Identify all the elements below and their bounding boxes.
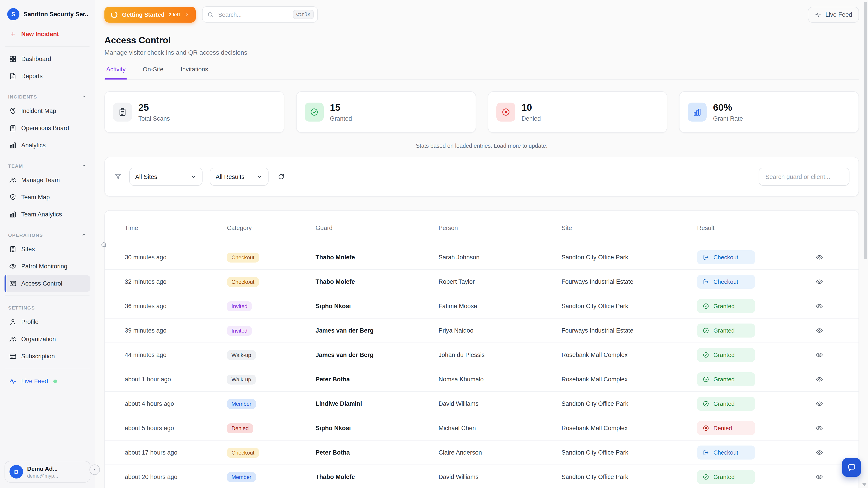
- sites-filter-select[interactable]: All Sites: [129, 168, 203, 186]
- sidebar-item-label: Operations Board: [21, 125, 69, 131]
- clipboard-icon: [9, 124, 17, 132]
- sidebar: S Sandton Security Ser... New Incident D…: [0, 0, 95, 488]
- results-filter-value: All Results: [216, 173, 245, 180]
- sidebar-item-access-control[interactable]: Access Control: [4, 275, 90, 292]
- chevron-down-icon: [256, 173, 263, 180]
- cell-guard: Sipho Nkosi: [315, 303, 438, 310]
- x-circle-icon: [496, 103, 515, 122]
- app-window: S Sandton Security Ser... New Incident D…: [0, 0, 868, 488]
- stat-value: 25: [138, 102, 170, 113]
- cell-site: Rosebank Mall Complex: [561, 425, 697, 431]
- chevron-up-icon: [81, 232, 87, 238]
- view-row-button[interactable]: [815, 423, 824, 433]
- sidebar-item-label: Reports: [21, 73, 43, 79]
- sidebar-item-profile[interactable]: Profile: [4, 314, 90, 330]
- sidebar-divider: [5, 46, 90, 46]
- cell-guard: Thabo Molefe: [315, 278, 438, 285]
- sidebar-item-team-analytics[interactable]: Team Analytics: [4, 206, 90, 223]
- check-circle-icon: [703, 303, 709, 310]
- sidebar-item-live-feed[interactable]: Live Feed: [4, 373, 90, 390]
- sidebar-item-incident-map[interactable]: Incident Map: [4, 103, 90, 119]
- guard-search[interactable]: [758, 168, 849, 186]
- cell-time: about 20 hours ago: [125, 474, 227, 480]
- tab-invitations[interactable]: Invitations: [180, 66, 209, 79]
- result-badge: Granted: [697, 348, 755, 362]
- cell-time: about 4 hours ago: [125, 400, 227, 407]
- stat-card-total-scans: 25 Total Scans: [104, 91, 284, 133]
- sites-filter-value: All Sites: [135, 173, 157, 180]
- sidebar-item-sites[interactable]: Sites: [4, 241, 90, 258]
- sidebar-item-dashboard[interactable]: Dashboard: [4, 51, 90, 67]
- view-row-button[interactable]: [815, 350, 824, 360]
- cell-person: Sarah Johnson: [438, 254, 561, 261]
- global-search[interactable]: CtrlK: [202, 6, 318, 23]
- view-row-button[interactable]: [815, 326, 824, 335]
- sidebar-item-analytics[interactable]: Analytics: [4, 137, 90, 154]
- user-card[interactable]: D Demo Ad... demo@myp...: [4, 461, 90, 483]
- getting-started-count: 2 left: [168, 12, 180, 17]
- new-incident-button[interactable]: New Incident: [4, 26, 90, 42]
- section-label-team[interactable]: TEAM: [8, 163, 87, 168]
- sidebar-collapse-button[interactable]: [90, 464, 100, 475]
- section-label-incidents[interactable]: INCIDENTS: [8, 94, 87, 99]
- sidebar-item-subscription[interactable]: Subscription: [4, 348, 90, 365]
- global-search-input[interactable]: [217, 11, 289, 18]
- sidebar-item-organization[interactable]: Organization: [4, 331, 90, 348]
- sidebar-item-patrol-monitoring[interactable]: Patrol Monitoring: [4, 258, 90, 275]
- chat-bubble-button[interactable]: [842, 458, 861, 477]
- eye-icon: [9, 263, 17, 270]
- view-row-button[interactable]: [815, 448, 824, 457]
- cell-site: Rosebank Mall Complex: [561, 376, 697, 383]
- category-badge: Checkout: [227, 448, 259, 457]
- report-icon: [9, 72, 17, 80]
- chevron-down-icon: [190, 173, 197, 180]
- view-row-button[interactable]: [815, 375, 824, 384]
- view-row-button[interactable]: [815, 301, 824, 311]
- table-row: about 20 hours ago Member Thabo Molefe D…: [105, 464, 859, 488]
- scrollbar-thumb[interactable]: [864, 2, 867, 259]
- stat-card-denied: 10 Denied: [488, 91, 668, 133]
- cell-category: Walk-up: [227, 375, 315, 384]
- bar-chart-icon: [9, 141, 17, 149]
- cell-category: Member: [227, 472, 315, 482]
- stat-label: Total Scans: [138, 115, 170, 122]
- refresh-button[interactable]: [276, 171, 287, 182]
- getting-started-button[interactable]: Getting Started 2 left: [104, 6, 195, 22]
- results-filter-select[interactable]: All Results: [210, 168, 269, 186]
- cell-guard: Peter Botha: [315, 376, 438, 383]
- table-row: about 4 hours ago Member Lindiwe Dlamini…: [105, 391, 859, 416]
- sidebar-item-reports[interactable]: Reports: [4, 68, 90, 85]
- live-feed-button[interactable]: Live Feed: [808, 6, 859, 22]
- view-row-button[interactable]: [815, 253, 824, 262]
- cell-person: Fatima Moosa: [438, 303, 561, 310]
- tab-on-site[interactable]: On-Site: [142, 66, 164, 79]
- stat-card-granted: 15 Granted: [296, 91, 476, 133]
- users-icon: [9, 176, 17, 184]
- guard-search-input[interactable]: [765, 173, 844, 181]
- sidebar-item-label: Dashboard: [21, 56, 51, 62]
- cell-time: 36 minutes ago: [125, 303, 227, 310]
- cell-category: Invited: [227, 301, 315, 311]
- category-badge: Member: [227, 399, 256, 409]
- table-body: 30 minutes ago Checkout Thabo Molefe Sar…: [105, 246, 859, 488]
- cell-result: Checkout: [697, 446, 808, 459]
- tab-activity[interactable]: Activity: [105, 66, 127, 79]
- cell-person: Priya Naidoo: [438, 327, 561, 334]
- org-switcher[interactable]: S Sandton Security Ser...: [4, 5, 90, 23]
- scrollbar-down-arrow[interactable]: [862, 483, 867, 486]
- result-badge: Granted: [697, 299, 755, 313]
- sidebar-item-manage-team[interactable]: Manage Team: [4, 172, 90, 188]
- view-row-button[interactable]: [815, 399, 824, 409]
- sidebar-item-label: Organization: [21, 336, 56, 343]
- cell-result: Granted: [697, 372, 808, 386]
- cell-result: Granted: [697, 348, 808, 362]
- sidebar-item-team-map[interactable]: Team Map: [4, 189, 90, 205]
- sidebar-item-operations-board[interactable]: Operations Board: [4, 120, 90, 136]
- logout-icon: [703, 449, 709, 456]
- section-label-operations[interactable]: OPERATIONS: [8, 232, 87, 238]
- view-row-button[interactable]: [815, 472, 824, 482]
- view-row-button[interactable]: [815, 277, 824, 287]
- result-badge: Checkout: [697, 250, 755, 264]
- cell-site: Rosebank Mall Complex: [561, 352, 697, 358]
- column-header-person: Person: [438, 224, 561, 231]
